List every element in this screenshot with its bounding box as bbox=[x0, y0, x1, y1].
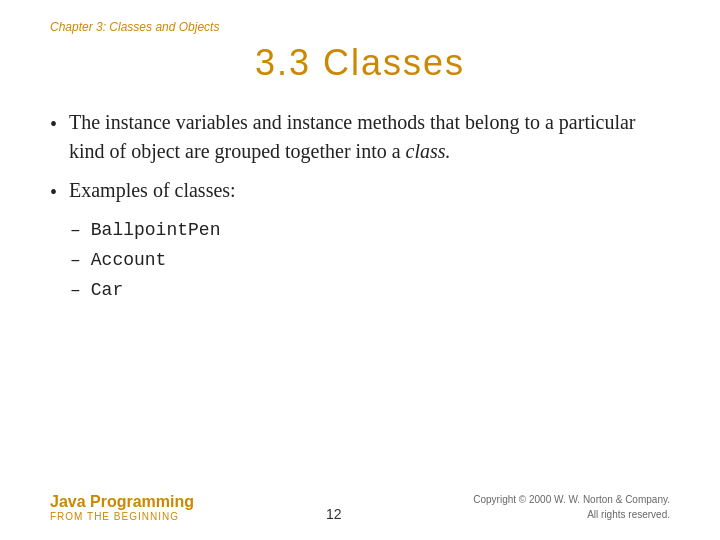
bullet-text-2: Examples of classes: bbox=[69, 176, 236, 205]
sub-dash-2: – bbox=[70, 247, 81, 273]
copyright-line-2: All rights reserved. bbox=[587, 509, 670, 520]
sub-item-ballpointpen: – BallpointPen bbox=[70, 217, 670, 243]
footer-title: Java Programming bbox=[50, 493, 194, 511]
chapter-label: Chapter 3: Classes and Objects bbox=[50, 20, 670, 34]
sub-list: – BallpointPen – Account – Car bbox=[70, 217, 670, 303]
bullet-dot-1: • bbox=[50, 110, 57, 139]
bullet-dot-2: • bbox=[50, 178, 57, 207]
bullet-item-2: • Examples of classes: bbox=[50, 176, 670, 207]
sub-item-label-1: BallpointPen bbox=[91, 217, 221, 243]
bullet-item-1: • The instance variables and instance me… bbox=[50, 108, 670, 166]
footer-page-number: 12 bbox=[326, 506, 342, 522]
footer: Java Programming FROM THE BEGINNING 12 C… bbox=[50, 492, 670, 522]
content-area: • The instance variables and instance me… bbox=[50, 108, 670, 303]
sub-item-label-2: Account bbox=[91, 247, 167, 273]
sub-dash-3: – bbox=[70, 277, 81, 303]
copyright-line-1: Copyright © 2000 W. W. Norton & Company. bbox=[473, 494, 670, 505]
bullet-text-1: The instance variables and instance meth… bbox=[69, 108, 670, 166]
sub-dash-1: – bbox=[70, 217, 81, 243]
slide-title: 3.3 Classes bbox=[50, 42, 670, 84]
sub-item-label-3: Car bbox=[91, 277, 123, 303]
footer-copyright: Copyright © 2000 W. W. Norton & Company.… bbox=[473, 492, 670, 522]
footer-subtitle: FROM THE BEGINNING bbox=[50, 511, 194, 522]
footer-left: Java Programming FROM THE BEGINNING bbox=[50, 493, 194, 522]
sub-item-account: – Account bbox=[70, 247, 670, 273]
slide: Chapter 3: Classes and Objects 3.3 Class… bbox=[0, 0, 720, 540]
sub-item-car: – Car bbox=[70, 277, 670, 303]
italic-class: class. bbox=[406, 140, 451, 162]
